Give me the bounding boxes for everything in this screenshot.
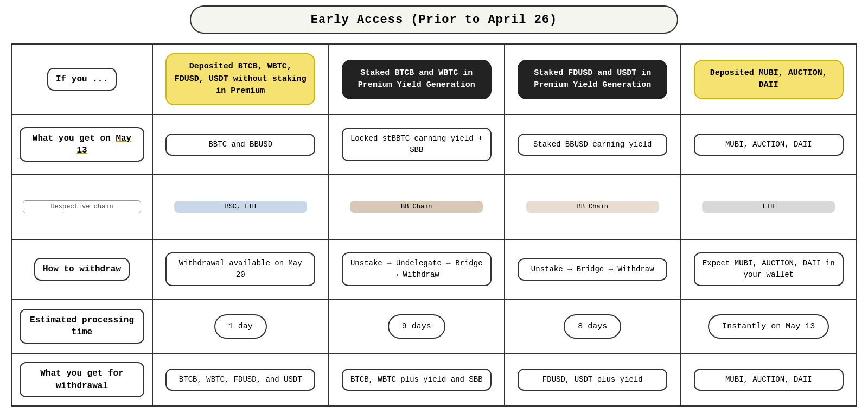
row5-col1: 1 day: [153, 300, 329, 354]
row4-col1-box: Withdrawal available on May 20: [165, 252, 315, 286]
row2-col2: Locked stBBTC earning yield + $BB: [329, 115, 506, 175]
row3-label-cell: Respective chain: [12, 175, 153, 240]
row3-col4: ETH: [681, 175, 858, 240]
row5-col2: 9 days: [329, 300, 506, 354]
row2-col1: BBTC and BBUSD: [153, 115, 329, 175]
row4-col3-box: Unstake → Bridge → Withdraw: [518, 258, 667, 281]
row2-col3-box: Staked BBUSD earning yield: [518, 134, 667, 156]
chain-col1: BSC, ETH: [174, 201, 307, 213]
row2-label-text: What you get on May 13: [33, 134, 131, 155]
banner-text: Early Access (Prior to April 26): [311, 13, 557, 27]
row2-col4: MUBI, AUCTION, DAII: [681, 115, 858, 175]
row4-col3: Unstake → Bridge → Withdraw: [505, 240, 681, 300]
row6-label-cell: What you get for withdrawal: [12, 354, 153, 407]
row2-col2-box: Locked stBBTC earning yield + $BB: [342, 128, 492, 161]
header-col2: Staked BTCB and WBTC in Premium Yield Ge…: [329, 45, 506, 115]
time-col2: 9 days: [388, 314, 445, 339]
early-access-banner: Early Access (Prior to April 26): [190, 5, 678, 34]
row4-col2-box: Unstake → Undelegate → Bridge → Withdraw: [342, 252, 492, 286]
page-wrapper: Early Access (Prior to April 26) If you …: [0, 0, 868, 412]
header-col4: Deposited MUBI, AUCTION, DAII: [681, 45, 858, 115]
row6-col1-box: BTCB, WBTC, FDUSD, and USDT: [165, 369, 315, 391]
time-col1: 1 day: [214, 314, 267, 339]
row6-col3: FDUSD, USDT plus yield: [505, 354, 681, 407]
header-col3: Staked FDUSD and USDT in Premium Yield G…: [505, 45, 681, 115]
row4-col1: Withdrawal available on May 20: [153, 240, 329, 300]
row3-label-box: Respective chain: [23, 200, 141, 213]
top-left-empty: If you ...: [12, 45, 153, 115]
header-col1: Deposited BTCB, WBTC, FDUSD, USDT withou…: [153, 45, 329, 115]
row2-col4-box: MUBI, AUCTION, DAII: [694, 134, 844, 156]
row3-col3: BB Chain: [505, 175, 681, 240]
row2-label: What you get on May 13: [20, 127, 144, 162]
header-col1-box: Deposited BTCB, WBTC, FDUSD, USDT withou…: [165, 53, 315, 105]
main-table: If you ... Deposited BTCB, WBTC, FDUSD, …: [11, 43, 857, 407]
row5-label: Estimated processing time: [20, 309, 144, 344]
row2-col3: Staked BBUSD earning yield: [505, 115, 681, 175]
row6-label: What you get for withdrawal: [20, 362, 144, 397]
row5-label-cell: Estimated processing time: [12, 300, 153, 354]
if-you-label: If you ...: [47, 68, 117, 91]
row4-col4: Expect MUBI, AUCTION, DAII in your walle…: [681, 240, 858, 300]
row3-col1: BSC, ETH: [153, 175, 329, 240]
chain-col4: ETH: [702, 201, 835, 213]
chain-col3: BB Chain: [526, 201, 659, 213]
row6-col3-box: FDUSD, USDT plus yield: [518, 369, 667, 391]
row2-col1-box: BBTC and BBUSD: [165, 134, 315, 156]
row5-col3: 8 days: [505, 300, 681, 354]
time-col3: 8 days: [564, 314, 621, 339]
row3-col2: BB Chain: [329, 175, 506, 240]
row6-col4-box: MUBI, AUCTION, DAII: [694, 369, 844, 391]
header-col2-box: Staked BTCB and WBTC in Premium Yield Ge…: [342, 60, 492, 99]
row5-col4: Instantly on May 13: [681, 300, 858, 354]
header-col3-box: Staked FDUSD and USDT in Premium Yield G…: [518, 60, 667, 99]
row2-label-cell: What you get on May 13: [12, 115, 153, 175]
time-col4: Instantly on May 13: [708, 314, 829, 339]
header-col4-box: Deposited MUBI, AUCTION, DAII: [694, 60, 844, 99]
row6-col4: MUBI, AUCTION, DAII: [681, 354, 858, 407]
row4-label-cell: How to withdraw: [12, 240, 153, 300]
row6-col1: BTCB, WBTC, FDUSD, and USDT: [153, 354, 329, 407]
row4-label: How to withdraw: [34, 258, 130, 281]
row6-col2-box: BTCB, WBTC plus yield and $BB: [342, 369, 492, 391]
row4-col2: Unstake → Undelegate → Bridge → Withdraw: [329, 240, 506, 300]
chain-col2: BB Chain: [350, 201, 483, 213]
row6-col2: BTCB, WBTC plus yield and $BB: [329, 354, 506, 407]
row4-col4-box: Expect MUBI, AUCTION, DAII in your walle…: [694, 252, 844, 286]
